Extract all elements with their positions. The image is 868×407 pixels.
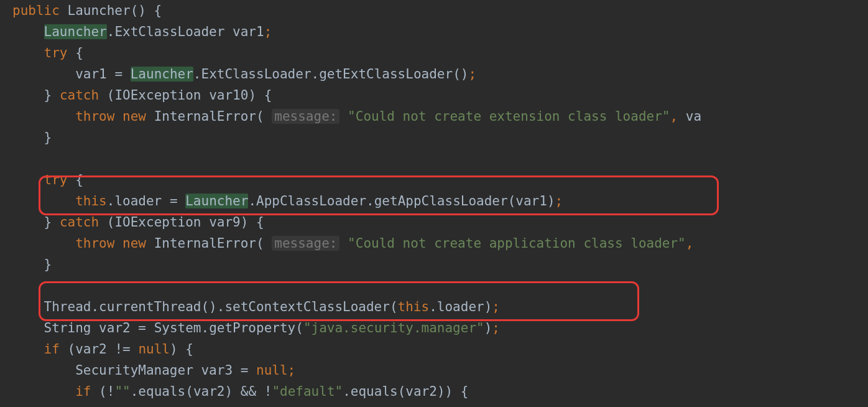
constructor-name: Launcher [68,3,131,18]
type-launcher: Launcher [44,24,107,39]
keyword-this: this [75,194,107,208]
keyword-public: public [12,3,60,18]
keyword-catch: catch [60,88,99,103]
keyword-try: try [44,45,68,60]
string-literal: "Could not create application class load… [348,236,686,251]
string-literal: "java.security.manager" [303,320,484,335]
keyword-throw: throw [75,109,114,124]
param-hint: message: [272,236,339,251]
code-editor[interactable]: public Launcher() { Launcher.ExtClassLoa… [12,0,868,407]
keyword-if: if [44,342,60,357]
keyword-new: new [122,109,146,124]
param-hint: message: [272,109,339,124]
keyword-null: null [138,342,170,357]
string-literal: "Could not create extension class loader… [348,109,670,124]
